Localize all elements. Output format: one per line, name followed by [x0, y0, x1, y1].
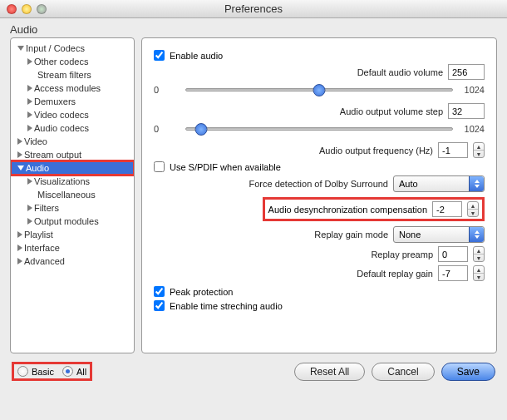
tree-item-playlist[interactable]: Playlist	[11, 228, 134, 241]
default-gain-field[interactable]	[438, 265, 468, 281]
default-volume-slider[interactable]	[185, 83, 453, 96]
desync-stepper[interactable]: ▲▼	[467, 201, 479, 217]
tree-item-interface[interactable]: Interface	[11, 241, 134, 254]
replay-preamp-field[interactable]	[438, 246, 468, 262]
tree-item-label: Video codecs	[34, 110, 89, 120]
enable-audio-row: Enable audio	[154, 50, 485, 61]
triangle-right-icon	[27, 111, 32, 118]
triangle-right-icon	[17, 245, 22, 251]
tree-item-label: Access modules	[34, 83, 101, 93]
replay-preamp-label: Replay preamp	[154, 250, 433, 259]
section-label: Audio	[0, 18, 507, 37]
slider1-min: 0	[154, 85, 179, 95]
peak-checkbox[interactable]	[154, 286, 165, 297]
desync-highlight: Audio desynchronization compensation ▲▼	[263, 197, 485, 221]
replay-mode-select[interactable]: None	[393, 226, 485, 243]
tree-item-stream-filters[interactable]: Stream filters	[11, 68, 134, 82]
output-step-slider[interactable]	[185, 122, 453, 136]
dolby-select[interactable]: Auto	[393, 175, 485, 192]
slider2-min: 0	[154, 124, 179, 134]
all-radio[interactable]: All	[62, 366, 86, 377]
output-step-label: Audio output volume step	[154, 106, 443, 116]
output-freq-field[interactable]	[438, 142, 468, 158]
triangle-right-icon	[27, 98, 32, 105]
footer: Basic All Reset All Cancel Save	[0, 353, 507, 389]
tree-item-label: Miscellaneous	[37, 190, 96, 200]
tree-item-label: Playlist	[24, 230, 53, 240]
tree-item-other-codecs[interactable]: Other codecs	[11, 55, 134, 68]
desync-label: Audio desynchronization compensation	[268, 205, 427, 215]
reset-button[interactable]: Reset All	[294, 363, 365, 381]
enable-audio-label: Enable audio	[170, 51, 223, 61]
category-tree[interactable]: Input / CodecsOther codecsStream filters…	[10, 37, 135, 353]
triangle-right-icon	[27, 205, 32, 211]
tree-item-label: Filters	[34, 203, 59, 213]
timestretch-label: Enable time streching audio	[170, 301, 283, 311]
tree-item-label: Demuxers	[34, 96, 76, 106]
basic-radio[interactable]: Basic	[17, 366, 54, 377]
default-volume-label: Default audio volume	[154, 67, 443, 77]
tree-item-miscellaneous[interactable]: Miscellaneous	[11, 188, 134, 201]
settings-pane: Enable audio Default audio volume 0 1024…	[141, 37, 497, 353]
peak-label: Peak protection	[170, 287, 233, 297]
replay-mode-value: None	[399, 230, 421, 240]
output-step-field[interactable]	[448, 103, 485, 119]
dolby-value: Auto	[399, 179, 418, 189]
timestretch-checkbox[interactable]	[154, 300, 165, 311]
triangle-right-icon	[17, 231, 22, 238]
tree-item-access-modules[interactable]: Access modules	[11, 82, 134, 95]
tree-item-visualizations[interactable]: Visualizations	[11, 175, 134, 188]
dolby-label: Force detection of Dolby Surround	[154, 179, 388, 189]
slider1-max: 1024	[460, 85, 485, 95]
spdif-checkbox[interactable]	[154, 161, 165, 172]
save-button[interactable]: Save	[441, 363, 495, 381]
triangle-down-icon	[17, 166, 24, 170]
tree-item-label: Stream output	[24, 150, 81, 160]
triangle-right-icon	[27, 58, 32, 65]
tree-item-label: Visualizations	[34, 176, 90, 186]
tree-item-input-codecs[interactable]: Input / Codecs	[11, 42, 134, 55]
tree-item-label: Stream filters	[37, 70, 91, 80]
slider2-max: 1024	[460, 124, 485, 134]
triangle-down-icon	[17, 46, 24, 51]
default-gain-label: Default replay gain	[154, 269, 433, 279]
tree-item-audio[interactable]: Audio	[11, 161, 134, 175]
default-volume-field[interactable]	[448, 64, 485, 80]
output-freq-stepper[interactable]: ▲▼	[473, 142, 485, 158]
enable-audio-checkbox[interactable]	[154, 50, 165, 61]
chevron-updown-icon	[469, 227, 484, 242]
spdif-label: Use S/PDIF when available	[170, 162, 281, 172]
basic-label: Basic	[32, 367, 54, 377]
triangle-right-icon	[27, 218, 32, 225]
mode-highlight: Basic All	[12, 362, 92, 381]
tree-item-output-modules[interactable]: Output modules	[11, 215, 134, 228]
tree-item-label: Output modules	[34, 216, 99, 226]
replay-preamp-stepper[interactable]: ▲▼	[473, 246, 485, 262]
tree-item-label: Other codecs	[34, 57, 88, 67]
tree-item-label: Interface	[24, 243, 60, 253]
cancel-button[interactable]: Cancel	[372, 363, 434, 381]
output-freq-label: Audio output frequency (Hz)	[154, 146, 433, 156]
triangle-right-icon	[27, 125, 32, 131]
replay-mode-label: Replay gain mode	[154, 230, 388, 240]
triangle-right-icon	[17, 151, 22, 158]
tree-item-label: Audio	[26, 163, 49, 173]
triangle-right-icon	[17, 258, 22, 264]
desync-field[interactable]	[432, 201, 462, 217]
default-gain-stepper[interactable]: ▲▼	[473, 265, 485, 281]
tree-item-video[interactable]: Video	[11, 135, 134, 148]
tree-item-demuxers[interactable]: Demuxers	[11, 95, 134, 108]
titlebar: Preferences	[0, 0, 507, 18]
tree-item-label: Audio codecs	[34, 123, 89, 133]
triangle-right-icon	[27, 85, 32, 91]
triangle-right-icon	[27, 178, 32, 185]
all-label: All	[76, 367, 86, 377]
tree-item-advanced[interactable]: Advanced	[11, 254, 134, 268]
tree-item-stream-output[interactable]: Stream output	[11, 148, 134, 161]
tree-item-label: Advanced	[24, 256, 65, 266]
triangle-right-icon	[17, 138, 22, 145]
tree-item-audio-codecs[interactable]: Audio codecs	[11, 121, 134, 135]
tree-item-filters[interactable]: Filters	[11, 201, 134, 215]
tree-item-video-codecs[interactable]: Video codecs	[11, 108, 134, 121]
tree-item-label: Video	[24, 136, 47, 146]
